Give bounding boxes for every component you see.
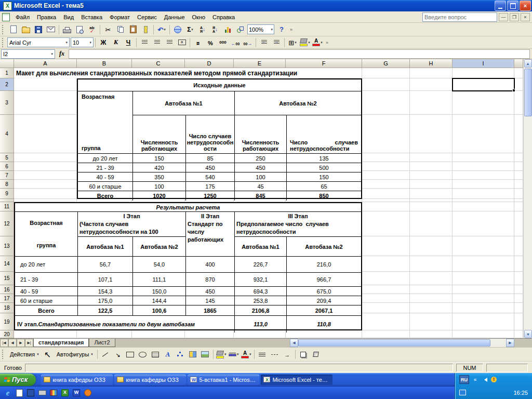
cases1-header[interactable]: Число случаев нетрудоспособности — [186, 115, 235, 153]
toolbar-grip[interactable] — [2, 25, 5, 34]
cell-value[interactable]: 113,0 — [235, 316, 287, 332]
sheet-cell[interactable] — [514, 285, 523, 294]
sheet-cell[interactable] — [362, 68, 410, 78]
font-color-button[interactable]: А▾ — [312, 37, 323, 48]
workers2-header[interactable]: Численность работающих — [235, 115, 287, 153]
column-header-A[interactable]: A — [14, 59, 77, 68]
sheet-cell[interactable] — [362, 202, 410, 211]
column-header-F[interactable]: F — [286, 59, 362, 68]
cell-value[interactable]: 966,7 — [287, 273, 361, 286]
sheet-cell[interactable] — [453, 171, 514, 180]
sheet-cell[interactable] — [410, 115, 453, 153]
undo-button[interactable]: ▾ — [156, 24, 167, 35]
sheet-cell[interactable] — [514, 256, 523, 272]
sheet-cell[interactable] — [453, 153, 514, 162]
sheet-cell[interactable] — [14, 153, 77, 162]
volume-icon[interactable] — [481, 376, 488, 383]
vertical-scrollbar[interactable]: ▲ ▼ — [523, 59, 532, 338]
cell-age[interactable]: 21 - 39 — [15, 273, 78, 286]
sheet-cell[interactable] — [410, 162, 453, 171]
paste-button[interactable] — [127, 24, 139, 35]
cell-value[interactable]: 175,0 — [78, 296, 133, 305]
sheet-cell[interactable] — [514, 153, 523, 162]
print-preview-button[interactable] — [74, 24, 85, 35]
sheet-cell[interactable] — [514, 91, 523, 115]
format-painter-button[interactable] — [140, 24, 151, 35]
drawing-button[interactable] — [234, 24, 246, 35]
toolbar-options-button[interactable]: » — [324, 37, 330, 48]
internet-explorer-icon[interactable]: e — [3, 388, 12, 397]
sheet-cell[interactable] — [453, 285, 514, 294]
start-button[interactable]: Пуск — [0, 374, 36, 386]
cell-value[interactable]: 450 — [235, 163, 287, 172]
row-header-11[interactable]: 11 — [0, 202, 14, 211]
app-shortcut-icon[interactable] — [83, 388, 92, 397]
printer-shortcut-icon[interactable] — [37, 388, 47, 397]
column-header-blank[interactable] — [514, 59, 523, 68]
toolbar-options-button[interactable]: » — [288, 24, 295, 35]
sheet-cell[interactable] — [410, 68, 453, 78]
sheet-cell[interactable] — [14, 189, 77, 199]
row-header-20[interactable]: 20 — [0, 330, 14, 338]
cell-value[interactable]: 100 — [235, 172, 287, 181]
excel-shortcut-icon[interactable]: X — [60, 388, 70, 397]
workbook-restore-button[interactable]: ❐ — [510, 13, 519, 21]
cell-value[interactable]: 2067,1 — [287, 305, 361, 315]
sheet-cell[interactable] — [410, 313, 453, 330]
sheet-cell[interactable] — [362, 256, 410, 272]
cell-total-label[interactable]: Всего — [15, 305, 78, 315]
sheet-cell[interactable] — [362, 272, 410, 285]
chevron-down-icon[interactable]: ▾ — [191, 28, 193, 32]
sheet-cell[interactable] — [362, 294, 410, 303]
line-color-button[interactable]: ▾ — [228, 349, 240, 360]
row-header-12[interactable]: 12 — [0, 211, 14, 236]
taskbar-button-1[interactable]: книга кафедры ОЗЗ — [41, 375, 113, 385]
sheet-cell[interactable] — [362, 171, 410, 180]
sheet-cell[interactable] — [362, 236, 410, 256]
column-header-C[interactable]: C — [132, 59, 185, 68]
cell-value[interactable]: 675,0 — [287, 287, 361, 296]
row-header-9[interactable]: 9 — [0, 189, 14, 199]
sheet-cell[interactable] — [514, 78, 523, 91]
clip-art-button[interactable] — [187, 349, 198, 360]
stage3-header[interactable]: III Этап Предполагаемое число случаев не… — [235, 212, 361, 237]
row-header-1[interactable]: 1 — [0, 68, 14, 78]
sheet-cell[interactable] — [362, 180, 410, 189]
cut-button[interactable] — [102, 24, 114, 35]
sheet-cell[interactable] — [453, 256, 514, 272]
font-name-select[interactable]: Arial Cyr▾ — [7, 37, 70, 47]
cell-value[interactable]: 400 — [186, 257, 235, 272]
sheet-cell[interactable] — [14, 171, 77, 180]
diagram-button[interactable] — [175, 349, 186, 360]
sheet-cell[interactable] — [453, 91, 514, 115]
font-color-button[interactable]: А▾ — [241, 349, 252, 360]
sheet-cell[interactable] — [362, 153, 410, 162]
cell-value[interactable]: 65 — [287, 182, 361, 191]
sheet-cell[interactable] — [410, 294, 453, 303]
menu-item-6[interactable]: Сервис — [134, 12, 161, 22]
table1-caption[interactable]: Исходные данные — [78, 79, 361, 91]
sheet-tab-2[interactable]: Лист2 — [89, 339, 115, 347]
cell-value[interactable]: 1250 — [186, 191, 235, 201]
sheet-cell[interactable] — [514, 313, 523, 330]
sheet-cell[interactable] — [362, 115, 410, 153]
ask-question-box[interactable]: ▾ — [422, 12, 497, 22]
cell-value[interactable]: 145 — [186, 296, 235, 305]
language-indicator[interactable]: RU — [459, 375, 469, 384]
fill-color-button[interactable]: ▾ — [216, 349, 227, 360]
chevron-down-icon[interactable]: ▾ — [249, 352, 251, 356]
horizontal-scroll-track[interactable] — [298, 339, 506, 347]
floppy-shortcut-icon[interactable] — [26, 388, 35, 397]
rectangle-button[interactable] — [125, 349, 136, 360]
sheet-cell[interactable] — [362, 330, 410, 338]
cell-value[interactable]: 932,1 — [235, 273, 287, 286]
chevron-down-icon[interactable]: ▾ — [237, 352, 239, 356]
insert-function-button[interactable]: fx — [59, 50, 64, 58]
currency-style-button[interactable] — [192, 37, 204, 48]
alert-icon[interactable]: ! — [490, 376, 497, 383]
cell-value[interactable]: 450 — [186, 287, 235, 296]
cell-value[interactable]: 253,8 — [235, 296, 287, 305]
cell-value[interactable]: 100,6 — [133, 305, 186, 315]
word-shortcut-icon[interactable]: W — [72, 388, 81, 397]
sheet-cell[interactable] — [453, 211, 514, 236]
